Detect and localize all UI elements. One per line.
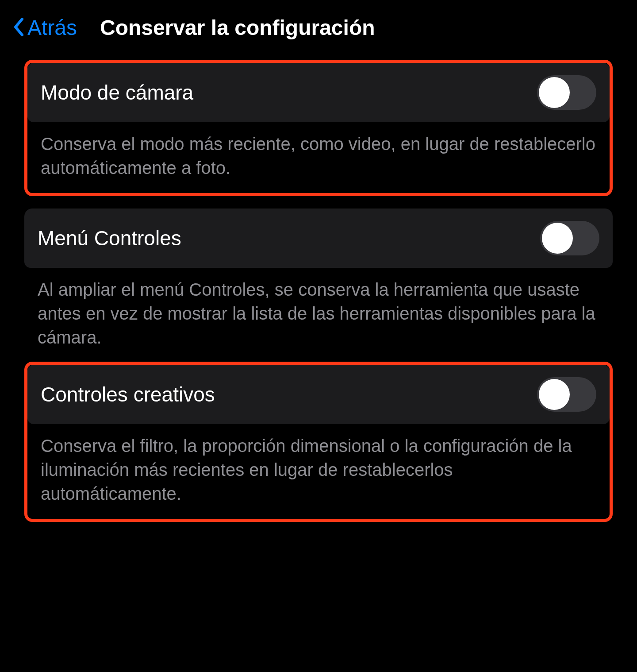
toggle-knob (539, 379, 570, 410)
setting-description: Al ampliar el menú Controles, se conserv… (24, 268, 613, 349)
toggle-knob (542, 223, 573, 254)
toggle-camera-mode[interactable] (537, 75, 596, 110)
back-button[interactable]: Atrás (13, 15, 77, 40)
setting-group-controls-menu: Menú Controles Al ampliar el menú Contro… (24, 209, 613, 349)
toggle-controls-menu[interactable] (540, 221, 599, 255)
toggle-creative-controls[interactable] (537, 377, 596, 412)
setting-row-camera-mode: Modo de cámara (27, 63, 610, 122)
toggle-knob (539, 77, 570, 108)
setting-description: Conserva el filtro, la proporción dimens… (27, 424, 610, 506)
page-header: Atrás Conservar la configuración (0, 0, 637, 55)
setting-group-camera-mode: Modo de cámara Conserva el modo más reci… (24, 60, 613, 196)
setting-row-creative-controls: Controles creativos (27, 365, 610, 424)
setting-label: Modo de cámara (41, 81, 193, 104)
chevron-left-icon (13, 18, 24, 38)
setting-label: Menú Controles (38, 226, 181, 250)
setting-row-controls-menu: Menú Controles (24, 209, 613, 268)
setting-group-creative-controls: Controles creativos Conserva el filtro, … (24, 362, 613, 522)
back-label: Atrás (27, 15, 77, 40)
setting-description: Conserva el modo más reciente, como vide… (27, 122, 610, 180)
settings-list: Modo de cámara Conserva el modo más reci… (0, 55, 637, 559)
setting-label: Controles creativos (41, 382, 215, 406)
page-title: Conservar la configuración (100, 15, 375, 40)
